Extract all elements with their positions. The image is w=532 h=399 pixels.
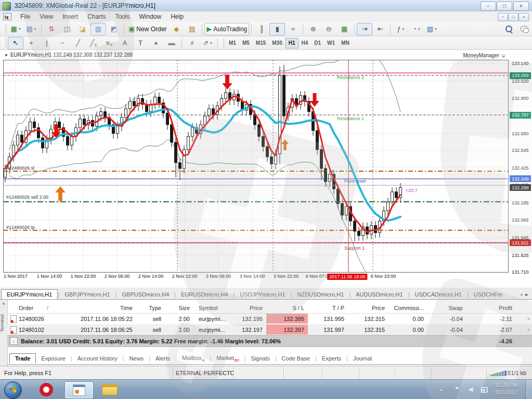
timeframe-mn[interactable]: MN xyxy=(338,38,353,48)
ellipse-button[interactable]: ● xyxy=(148,37,164,49)
market-watch-button[interactable]: ⇅ xyxy=(44,23,59,35)
fibonacci-button[interactable]: ≡F xyxy=(101,37,117,49)
child-restore-button[interactable]: □ xyxy=(508,13,518,21)
navigator-button[interactable]: ◪ xyxy=(75,23,90,35)
menu-item-window[interactable]: Window xyxy=(135,12,166,21)
minimize-button[interactable]: − xyxy=(481,2,496,11)
line-chart-button[interactable]: ≈ xyxy=(285,23,301,35)
auto-scroll-button[interactable]: ⇥ xyxy=(357,23,372,35)
chart-tab-eurjpymicro-h1[interactable]: EURJPYmicro,H1 xyxy=(1,289,58,299)
profiles-button[interactable]: ▤▾ xyxy=(23,23,39,35)
system-clock[interactable]: 12:39 PM 11/7/2017 xyxy=(495,382,517,396)
crosshair-button[interactable]: + xyxy=(23,37,39,49)
terminal-panel-button[interactable]: ▥ xyxy=(90,23,106,35)
chart-tab-audusdmicro-h1[interactable]: AUDUSDmicro,H1 xyxy=(351,290,408,299)
new-chart-button[interactable]: ▦▾ xyxy=(8,23,23,35)
tray-expand-icon[interactable]: ▴ xyxy=(440,387,443,392)
candlestick-chart-button[interactable]: ▮ xyxy=(269,23,285,35)
explorer-taskbar-icon[interactable] xyxy=(102,384,118,395)
timeframe-h4[interactable]: H4 xyxy=(299,38,312,48)
chart-tab-usdjpymicro-h1[interactable]: USDJPYmicro,H1 xyxy=(235,290,290,299)
show-desktop-button[interactable] xyxy=(525,380,532,399)
chat-button[interactable] xyxy=(516,23,532,35)
chart-plot-area[interactable]: Resistance 2Resistance 1Pivot level<20:7… xyxy=(3,60,509,273)
terminal-tab-exposure[interactable]: Exposure xyxy=(36,354,70,363)
text-label-button[interactable]: T xyxy=(133,37,148,49)
timeframe-m15[interactable]: M15 xyxy=(253,38,269,48)
templates-button[interactable]: ▧▾ xyxy=(424,23,439,35)
chart-tab-gbpusdmicro-h4[interactable]: GBPUSDmicro,H4 xyxy=(117,290,174,299)
parallel-lines-button[interactable]: /// xyxy=(184,37,200,49)
arrows-tool-button[interactable]: ⇗▾ xyxy=(200,37,215,49)
text-button[interactable]: A xyxy=(117,37,133,49)
cursor-button[interactable]: ↖ xyxy=(8,37,23,49)
terminal-tab-account-history[interactable]: Account History xyxy=(72,354,123,363)
close-button[interactable]: × xyxy=(513,2,529,11)
data-window-button[interactable]: ◫ xyxy=(59,23,75,35)
terminal-tab-market[interactable]: Market60 xyxy=(211,353,244,364)
child-minimize-button[interactable]: − xyxy=(498,13,508,21)
terminal-tab-news[interactable]: News xyxy=(124,354,149,363)
chart-tab-usdchfm[interactable]: USDCHFm xyxy=(469,290,508,299)
start-button[interactable] xyxy=(4,381,22,399)
indicators-button[interactable]: ƒ▾ xyxy=(393,23,408,35)
order-row-12480026[interactable]: 124800262017.11.06 18:05:22sell2.00eurjp… xyxy=(7,313,532,324)
time-axis[interactable]: 1 Nov 20171 Nov 14:001 Nov 22:002 Nov 06… xyxy=(0,274,532,282)
chart-tab-usdcadmicro-h1[interactable]: USDCADmicro,H1 xyxy=(410,290,467,299)
terminal-tab-experts[interactable]: Experts xyxy=(317,354,346,363)
terminal-tab-code-base[interactable]: Code Base xyxy=(277,354,315,363)
search-button[interactable] xyxy=(501,23,516,35)
menu-item-insert[interactable]: Insert xyxy=(58,12,83,21)
periods-button[interactable]: ◔▾ xyxy=(408,23,424,35)
mt4-taskbar-button[interactable] xyxy=(64,381,94,399)
opera-taskbar-icon[interactable] xyxy=(40,383,53,396)
child-close-button[interactable]: × xyxy=(518,13,529,21)
order-row-12480102[interactable]: 124801022017.11.06 18:06:25sell2.00eurjp… xyxy=(7,324,532,335)
strategy-tester-button[interactable]: ◩ xyxy=(106,23,122,35)
autotrading-button[interactable]: ▶AutoTrading xyxy=(204,23,249,35)
tile-windows-button[interactable]: ▦ xyxy=(336,23,352,35)
terminal-close-icon[interactable]: × xyxy=(1,301,7,307)
terminal-tab-mailbox[interactable]: Mailbox4 xyxy=(177,353,210,364)
chart-tab-gbpjpymicro-h1[interactable]: GBPJPYmicro,H1 xyxy=(59,290,115,299)
vertical-line-button[interactable]: | xyxy=(39,37,55,49)
chart-tab-eurusdmicro-h4[interactable]: EURUSDmicro,H4 xyxy=(176,290,233,299)
timeframe-m30[interactable]: M30 xyxy=(269,38,285,48)
timeframe-h1[interactable]: H1 xyxy=(286,38,299,48)
chart-window[interactable]: ▼EURJPYmicro,H1 132.249 132.308 132.237 … xyxy=(0,50,532,288)
terminal-tab-journal[interactable]: Journal xyxy=(348,354,377,363)
menu-item-tools[interactable]: Tools xyxy=(111,12,135,21)
action-center-flag-icon[interactable]: ⚑ xyxy=(455,385,460,392)
styler-button[interactable]: ▨ xyxy=(184,23,200,35)
network-icon[interactable] xyxy=(481,387,488,393)
equidistant-channel-button[interactable]: ╱E xyxy=(86,37,101,49)
bar-chart-button[interactable]: ║ xyxy=(254,23,269,35)
volume-icon[interactable] xyxy=(469,387,475,393)
menu-item-file[interactable]: File xyxy=(16,12,35,21)
tabs-scroll-left-icon[interactable]: ◂ xyxy=(520,292,523,297)
chart-shift-button[interactable]: ⇤ xyxy=(372,23,388,35)
zoom-in-button[interactable]: ⊕ xyxy=(305,23,321,35)
timeframe-m1[interactable]: M1 xyxy=(226,38,239,48)
metaeditor-button[interactable]: ◆ xyxy=(168,23,184,35)
chart-tab-nzdusdmicro-h1[interactable]: NZDUSDmicro,H1 xyxy=(292,290,349,299)
close-order-icon[interactable]: × xyxy=(527,324,530,335)
timeframe-w1[interactable]: W1 xyxy=(324,38,338,48)
menu-item-charts[interactable]: Charts xyxy=(83,12,110,21)
price-scale[interactable]: 133.140133.020132.900132.660132.545132.4… xyxy=(509,50,532,288)
rectangle-button[interactable]: ▬ xyxy=(164,37,179,49)
horizontal-line-button[interactable]: − xyxy=(55,37,70,49)
terminal-tab-trade[interactable]: Trade xyxy=(9,353,36,364)
menu-item-view[interactable]: View xyxy=(35,12,58,21)
timeframe-d1[interactable]: D1 xyxy=(311,38,324,48)
tabs-scroll-right-icon[interactable]: ▸ xyxy=(525,292,528,297)
terminal-tab-signals[interactable]: Signals xyxy=(246,354,275,363)
zoom-out-button[interactable]: ⊖ xyxy=(321,23,336,35)
timeframe-m5[interactable]: M5 xyxy=(239,38,253,48)
menu-item-help[interactable]: Help xyxy=(166,12,188,21)
new-order-button[interactable]: ▣New Order xyxy=(126,23,168,35)
close-order-icon[interactable]: × xyxy=(527,313,530,324)
terminal-tab-alerts[interactable]: Alerts xyxy=(150,354,175,363)
trendline-button[interactable]: ╱ xyxy=(70,37,86,49)
maximize-button[interactable]: □ xyxy=(497,2,512,11)
